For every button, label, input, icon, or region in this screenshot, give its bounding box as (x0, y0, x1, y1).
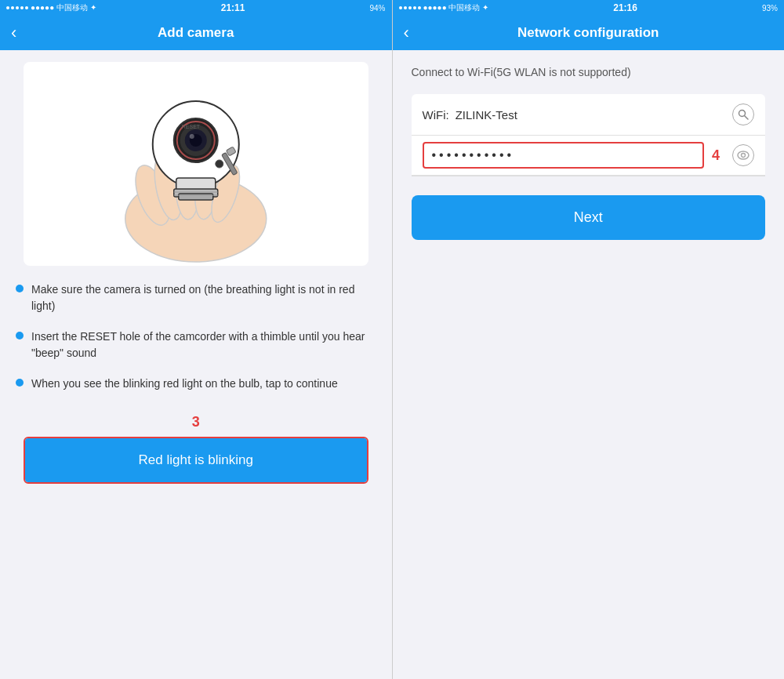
instruction-text-2: Insert the RESET hole of the camcorder w… (31, 329, 376, 361)
svg-line-24 (745, 116, 749, 120)
instruction-text-3: When you see the blinking red light on t… (31, 376, 338, 392)
wifi-name: ZILINK-Test (456, 108, 732, 122)
left-carrier-area: ●●●●● 中国移动 ✦ (6, 2, 96, 13)
svg-point-19 (216, 160, 223, 168)
instruction-item-2: Insert the RESET hole of the camcorder w… (16, 329, 376, 361)
svg-rect-10 (179, 194, 213, 200)
right-signal-dots (399, 6, 421, 9)
right-battery-area: 93% (762, 4, 778, 13)
input-underline (412, 176, 766, 176)
right-battery: 93% (762, 4, 778, 13)
eye-icon[interactable] (732, 144, 754, 166)
wifi-label: WiFi: (423, 108, 449, 122)
instruction-item-3: When you see the blinking red light on t… (16, 376, 376, 392)
bullet-2 (16, 332, 24, 340)
bullet-1 (16, 285, 24, 292)
camera-illustration: RESET (24, 62, 368, 266)
bullet-3 (16, 379, 24, 387)
password-row: 4 (412, 136, 766, 176)
annotation-3: 3 (24, 414, 368, 430)
instruction-item-1: Make sure the camera is turned on (the b… (16, 281, 376, 314)
right-nav-bar: ‹ Network configuration (393, 16, 785, 50)
left-status-bar: ●●●●● 中国移动 ✦ 21:11 94% (0, 0, 392, 16)
left-back-button[interactable]: ‹ (11, 24, 16, 42)
left-panel: ●●●●● 中国移动 ✦ 21:11 94% ‹ Add camera (0, 0, 392, 679)
svg-point-17 (190, 134, 194, 139)
right-panel: ●●●●● 中国移动 ✦ 21:16 93% ‹ Network configu… (393, 0, 785, 679)
right-content: Connect to Wi-Fi(5G WLAN is not supporte… (393, 50, 785, 679)
right-time: 21:16 (613, 2, 637, 13)
left-nav-bar: ‹ Add camera (0, 16, 392, 50)
next-button[interactable]: Next (412, 195, 766, 240)
red-light-blinking-button[interactable]: Red light is blinking (25, 438, 367, 482)
instruction-text-1: Make sure the camera is turned on (the b… (31, 281, 376, 314)
left-time: 21:11 (221, 2, 245, 13)
annotation-4: 4 (712, 147, 720, 164)
svg-point-26 (742, 154, 746, 158)
left-battery: 94% (369, 4, 385, 13)
left-battery-area: 94% (369, 4, 385, 13)
right-status-bar: ●●●●● 中国移动 ✦ 21:16 93% (393, 0, 785, 16)
right-carrier-area: ●●●●● 中国移动 ✦ (399, 2, 489, 13)
bottom-section: 3 Red light is blinking (0, 414, 392, 499)
password-input[interactable] (432, 148, 695, 162)
left-carrier: ●●●●● 中国移动 ✦ (31, 2, 96, 13)
svg-point-25 (738, 151, 749, 159)
camera-image-container: RESET (24, 62, 368, 266)
wifi-row: WiFi: ZILINK-Test (412, 94, 766, 136)
left-nav-title: Add camera (158, 25, 234, 41)
svg-text:RESET: RESET (182, 124, 201, 129)
signal-dots (6, 6, 28, 9)
wifi-search-icon[interactable] (732, 103, 754, 125)
left-content: RESET Make sure the camera is turned on … (0, 50, 392, 679)
instructions-list: Make sure the camera is turned on (the b… (0, 274, 392, 414)
password-row-inner: 4 (412, 136, 766, 175)
red-light-btn-wrapper: Red light is blinking (24, 437, 368, 484)
right-carrier: ●●●●● 中国移动 ✦ (423, 2, 489, 13)
connect-label: Connect to Wi-Fi(5G WLAN is not supporte… (412, 66, 766, 78)
right-nav-title: Network configuration (517, 25, 659, 41)
password-input-wrapper[interactable] (423, 142, 704, 169)
right-back-button[interactable]: ‹ (404, 24, 409, 42)
